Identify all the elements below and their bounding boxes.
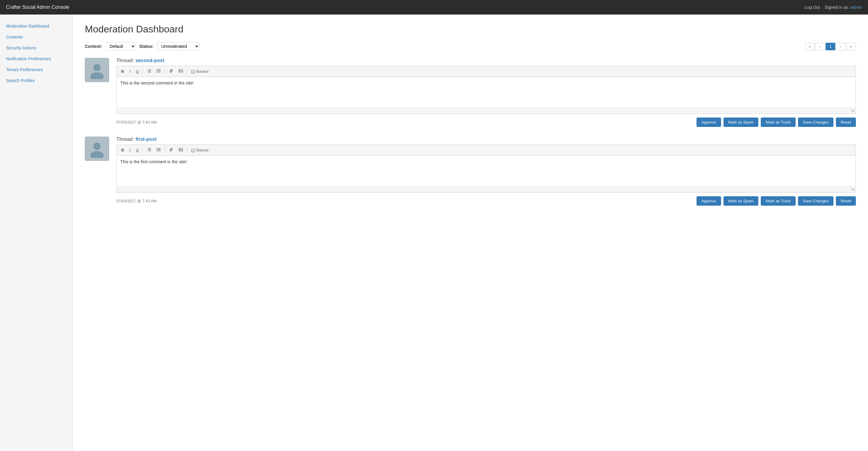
context-label: Context: [85, 44, 102, 49]
link-icon [169, 69, 173, 73]
sidebar-item-security-actions[interactable]: Security Actions [0, 42, 72, 53]
unordered-list-icon [157, 69, 161, 73]
page-title: Moderation Dashboard [85, 24, 856, 35]
svg-text:3: 3 [147, 150, 148, 152]
comment-content-2: Thread: first-post B I U 123 [116, 137, 856, 206]
timestamp-2: 07/03/2017 @ 7:43 AM [116, 199, 157, 203]
resize-icon-2: ⇲ [851, 187, 855, 192]
svg-point-0 [93, 64, 101, 71]
ordered-list-icon-2: 123 [147, 148, 151, 152]
toolbar-italic-2[interactable]: I [127, 147, 133, 153]
reset-button-2[interactable]: Reset [836, 196, 856, 206]
svg-point-29 [157, 148, 158, 149]
svg-point-19 [90, 151, 104, 158]
reset-button-1[interactable]: Reset [836, 118, 856, 127]
approve-button-1[interactable]: Approve [696, 118, 721, 127]
unordered-list-icon-2 [157, 148, 161, 152]
resize-handle-2: ⇲ [117, 186, 856, 192]
signed-in-text: Signed in as: admin [825, 5, 862, 10]
approve-button-2[interactable]: Approve [696, 196, 721, 206]
avatar-2 [85, 137, 109, 161]
toolbar-sep-2b [165, 148, 165, 153]
toolbar-link-1[interactable] [167, 68, 176, 75]
toolbar-unordered-list-1[interactable] [155, 68, 163, 75]
toolbar-bold-2[interactable]: B [119, 147, 126, 153]
svg-point-18 [93, 143, 101, 150]
link-icon-2 [169, 148, 173, 152]
spam-button-2[interactable]: Mark as Spam [723, 196, 758, 206]
avatar-1 [85, 58, 109, 82]
logout-link[interactable]: Log Out [805, 5, 820, 10]
save-button-1[interactable]: Save Changes [798, 118, 833, 127]
editor-1: B I U 123 [116, 66, 856, 114]
main-content: Moderation Dashboard Context: Default St… [73, 14, 868, 451]
toolbar-sep-1b [165, 69, 165, 74]
avatar-icon-2 [88, 140, 106, 158]
svg-point-1 [90, 72, 104, 79]
pagination: « ‹ 1 › » [805, 43, 856, 50]
pagination-next[interactable]: › [836, 43, 845, 50]
image-icon-2 [179, 148, 183, 152]
toolbar-image-1[interactable] [177, 68, 185, 75]
avatar-icon-1 [88, 61, 106, 79]
svg-point-13 [157, 72, 158, 73]
app-header: Crafter Social Admin Console Log Out Sig… [0, 0, 868, 14]
image-icon [179, 69, 183, 73]
source-icon-2: </> [191, 149, 195, 152]
header-right: Log Out Signed in as: admin [805, 5, 862, 10]
toolbar-source-1[interactable]: </> Source [189, 68, 211, 74]
pagination-last[interactable]: » [846, 43, 856, 50]
thread-label-1: Thread: second-post [116, 58, 856, 63]
ordered-list-icon: 123 [147, 69, 151, 73]
app-title: Crafter Social Admin Console [6, 4, 69, 10]
thread-label-2: Thread: first-post [116, 137, 856, 142]
toolbar-bold-1[interactable]: B [119, 68, 126, 74]
toolbar-link-2[interactable] [167, 147, 176, 154]
source-icon: </> [191, 70, 195, 74]
editor-body-2[interactable]: This is the first comment in the site! [117, 156, 856, 186]
toolbar-ordered-list-1[interactable]: 123 [145, 68, 153, 75]
toolbar-unordered-list-2[interactable] [155, 147, 163, 154]
admin-user-link[interactable]: admin [850, 5, 862, 10]
trash-button-1[interactable]: Mark as Trash [761, 118, 795, 127]
resize-handle-1: ⇲ [117, 107, 856, 114]
editor-toolbar-1: B I U 123 [117, 66, 856, 77]
svg-point-11 [157, 69, 158, 70]
editor-toolbar-2: B I U 123 [117, 145, 856, 156]
comment-card-2: Thread: first-post B I U 123 [85, 137, 856, 206]
comment-card-1: Thread: second-post B I U 123 [85, 58, 856, 127]
comment-content-1: Thread: second-post B I U 123 [116, 58, 856, 127]
pagination-first[interactable]: « [805, 43, 815, 50]
sidebar-item-moderation-dashboard[interactable]: Moderation Dashboard [0, 21, 72, 32]
toolbar-sep-2a [143, 148, 143, 153]
svg-point-30 [157, 149, 158, 150]
pagination-current[interactable]: 1 [826, 43, 835, 50]
sidebar-item-notification-preferences[interactable]: Notification Preferences [0, 53, 72, 64]
save-button-2[interactable]: Save Changes [798, 196, 833, 206]
layout: Moderation Dashboard Contexts Security A… [0, 14, 868, 451]
action-row-1: 07/03/2017 @ 7:44 AM Approve Mark as Spa… [116, 118, 856, 127]
svg-point-12 [157, 71, 158, 71]
pagination-prev[interactable]: ‹ [815, 43, 825, 50]
trash-button-2[interactable]: Mark as Trash [761, 196, 795, 206]
svg-text:3: 3 [147, 71, 148, 73]
editor-body-1[interactable]: This is the second comment in the site! [117, 77, 856, 107]
toolbar-italic-1[interactable]: I [127, 68, 133, 74]
spam-button-1[interactable]: Mark as Spam [723, 118, 758, 127]
sidebar-item-tenant-preferences[interactable]: Tenant Preferences [0, 64, 72, 75]
action-row-2: 07/03/2017 @ 7:43 AM Approve Mark as Spa… [116, 196, 856, 206]
sidebar-item-contexts[interactable]: Contexts [0, 32, 72, 42]
svg-text:</>: </> [192, 71, 194, 73]
toolbar-sep-1c [187, 69, 187, 74]
status-select[interactable]: Unmoderated [157, 42, 199, 51]
toolbar-source-2[interactable]: </> Source [189, 147, 211, 153]
toolbar-underline-2[interactable]: U [134, 147, 141, 153]
context-select[interactable]: Default [106, 42, 136, 51]
status-label: Status: [140, 44, 154, 49]
toolbar-sep-1a [143, 69, 143, 74]
toolbar-image-2[interactable] [177, 147, 185, 154]
toolbar-ordered-list-2[interactable]: 123 [145, 147, 153, 154]
toolbar-underline-1[interactable]: U [134, 68, 141, 74]
sidebar-item-search-profiles[interactable]: Search Profiles [0, 75, 72, 86]
svg-text:</>: </> [192, 150, 194, 152]
